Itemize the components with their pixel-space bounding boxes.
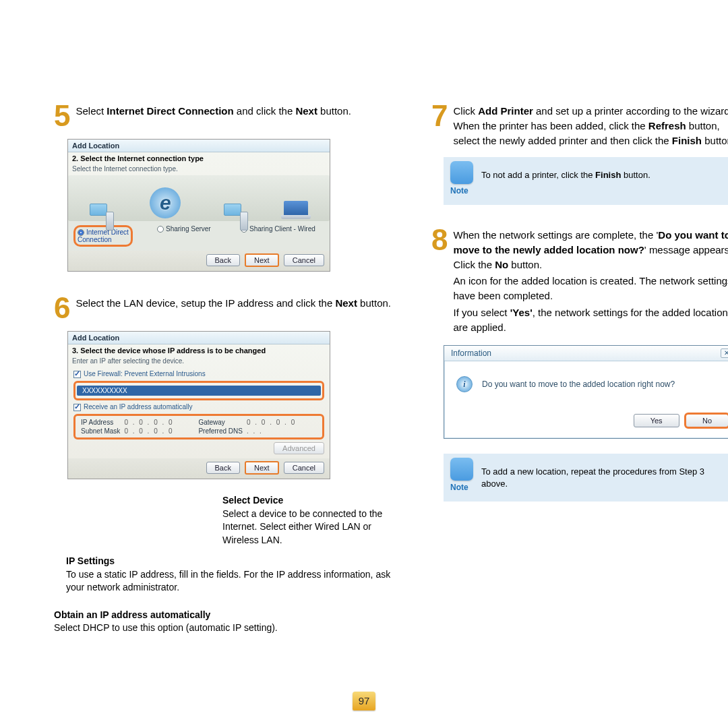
step-number: 5 <box>54 101 70 131</box>
device-name-field[interactable]: XXXXXXXXXX <box>77 386 321 396</box>
firewall-checkbox[interactable]: Use Firewall: Prevent External Intrusion… <box>73 370 324 378</box>
step-number: 7 <box>431 101 448 148</box>
step-text: Select the LAN device, setup the IP addr… <box>75 293 391 323</box>
subnet-field[interactable]: 0 . 0 . 0 . 0 <box>124 427 194 435</box>
note-icon <box>450 161 473 184</box>
step-5: 5 Select Internet Direct Connection and … <box>54 101 391 131</box>
note-text: To add a new location, repeat the proced… <box>481 462 728 490</box>
dns-label: Preferred DNS <box>198 427 243 435</box>
note-icon <box>450 458 473 481</box>
dialog-titlebar: Information ✕ <box>444 346 728 361</box>
next-button[interactable]: Next <box>245 253 279 267</box>
internet-explorer-icon: e <box>150 187 181 218</box>
callout-ip-settings: IP Settings To use a static IP address, … <box>66 555 391 593</box>
pc-device-icon <box>224 204 241 216</box>
window-title: Add Location <box>68 140 330 152</box>
cancel-button[interactable]: Cancel <box>284 254 324 266</box>
ip-address-field[interactable]: 0 . 0 . 0 . 0 <box>124 419 194 426</box>
step-number: 6 <box>54 293 70 323</box>
dns-field[interactable]: . . . <box>247 427 317 435</box>
pc-device-icon <box>90 204 107 216</box>
laptop-icon <box>284 201 308 216</box>
information-dialog: Information ✕ i Do you want to move to t… <box>444 345 728 439</box>
button-bar: Back Next Cancel <box>68 251 330 271</box>
step-text: Click Add Printer and set up a printer a… <box>453 101 728 148</box>
note-box-2: Note To add a new location, repeat the p… <box>444 454 728 502</box>
step-6: 6 Select the LAN device, setup the IP ad… <box>54 293 391 323</box>
radio-icon <box>78 229 84 236</box>
dialog-title: Information <box>451 348 491 358</box>
connection-diagram: e <box>68 175 330 221</box>
window-title: Add Location <box>68 332 330 344</box>
radio-icon <box>157 226 164 233</box>
advanced-button[interactable]: Advanced <box>274 442 324 454</box>
step-8: 8 When the network settings are complete… <box>431 225 728 334</box>
window-hint: Enter an IP after selecting the device. <box>68 357 330 367</box>
cancel-button[interactable]: Cancel <box>284 462 324 474</box>
add-location-window-1: Add Location 2. Select the Internet conn… <box>67 139 330 272</box>
dialog-message: Do you want to move to the added locatio… <box>482 380 675 389</box>
option-sharing-server[interactable]: Sharing Server <box>157 225 241 247</box>
callout-select-device: Select Device Select a device to be conn… <box>222 494 391 547</box>
next-button[interactable]: Next <box>245 461 279 475</box>
back-button[interactable]: Back <box>206 254 240 266</box>
note-box-1: Note To not add a printer, click the Fin… <box>444 157 728 205</box>
add-location-window-2: Add Location 3. Select the device whose … <box>67 331 330 479</box>
step-text: Select Internet Direct Connection and cl… <box>75 101 351 131</box>
subnet-label: Subnet Mask <box>81 427 120 435</box>
no-button[interactable]: No <box>684 413 728 429</box>
callout-auto-ip: Obtain an IP address automatically Selec… <box>54 609 391 634</box>
option-sharing-client[interactable]: Sharing Client - Wired <box>241 225 324 247</box>
option-internet-direct[interactable]: Internet Direct Connection <box>73 225 133 247</box>
yes-button[interactable]: Yes <box>634 414 679 427</box>
ip-address-label: IP Address <box>81 419 120 426</box>
page-number-badge: 97 <box>353 692 375 710</box>
gateway-field[interactable]: 0 . 0 . 0 . 0 <box>247 419 317 426</box>
step-7: 7 Click Add Printer and set up a printer… <box>431 101 728 148</box>
back-button[interactable]: Back <box>206 462 240 474</box>
checkbox-icon <box>73 371 81 378</box>
note-text: To not add a printer, click the Finish b… <box>481 165 650 181</box>
dialog-buttons: Yes No <box>444 407 728 438</box>
close-icon[interactable]: ✕ <box>721 348 728 358</box>
auto-ip-checkbox[interactable]: Receive an IP address automatically <box>73 403 324 411</box>
step-number: 8 <box>431 225 448 334</box>
gateway-label: Gateway <box>198 419 243 426</box>
button-bar: Back Next Cancel <box>68 458 330 479</box>
window-subtitle: 2. Select the Internet connection type <box>68 152 330 164</box>
window-hint: Select the Internet connection type. <box>68 164 330 175</box>
info-icon: i <box>456 376 473 392</box>
ip-settings-highlight: IP Address 0 . 0 . 0 . 0 Gateway 0 . 0 .… <box>73 414 324 439</box>
device-select-highlight: XXXXXXXXXX <box>73 381 324 400</box>
checkbox-icon <box>73 404 81 411</box>
note-label: Note <box>450 185 473 197</box>
window-subtitle: 3. Select the device whose IP address is… <box>68 344 330 357</box>
note-label: Note <box>450 482 473 493</box>
step-text: When the network settings are complete, … <box>453 225 728 334</box>
